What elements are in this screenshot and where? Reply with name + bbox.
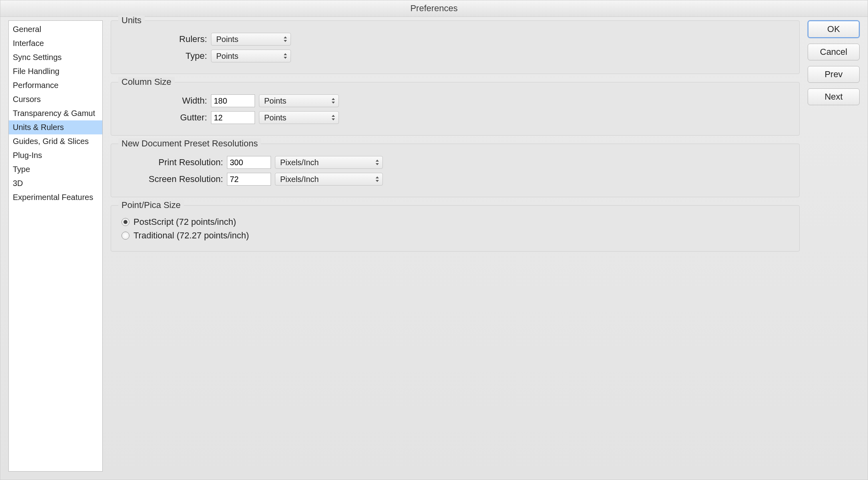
sidebar-item-performance[interactable]: Performance [9, 78, 102, 92]
radio-icon [121, 218, 129, 226]
sidebar-item-3d[interactable]: 3D [9, 176, 102, 190]
screen-resolution-label: Screen Resolution: [119, 174, 223, 184]
ok-button[interactable]: OK [808, 20, 860, 38]
sidebar-item-transparency-gamut[interactable]: Transparency & Gamut [9, 106, 102, 120]
width-unit-value: Points [264, 96, 287, 106]
gutter-label: Gutter: [119, 112, 207, 123]
width-label: Width: [119, 96, 207, 106]
radio-icon [121, 232, 129, 240]
traditional-radio-row[interactable]: Traditional (72.27 points/inch) [121, 230, 791, 241]
screen-resolution-unit-select[interactable]: Pixels/Inch [275, 173, 383, 186]
sidebar-item-sync-settings[interactable]: Sync Settings [9, 50, 102, 64]
updown-icon [374, 158, 380, 166]
units-group-title: Units [118, 15, 145, 26]
rulers-select[interactable]: Points [211, 33, 291, 46]
width-input[interactable] [211, 94, 255, 107]
screen-resolution-unit-value: Pixels/Inch [280, 175, 319, 184]
gutter-input[interactable] [211, 111, 255, 124]
updown-icon [374, 175, 380, 183]
resolutions-group-title: New Document Preset Resolutions [118, 138, 261, 149]
print-resolution-unit-value: Pixels/Inch [280, 158, 319, 167]
updown-icon [330, 114, 336, 122]
window-title: Preferences [0, 0, 868, 17]
dialog-buttons: OK Cancel Prev Next [808, 20, 860, 472]
resolutions-group: New Document Preset Resolutions Print Re… [111, 144, 800, 197]
postscript-radio-label: PostScript (72 points/inch) [133, 217, 236, 227]
type-select-value: Points [216, 52, 239, 61]
sidebar-item-cursors[interactable]: Cursors [9, 92, 102, 106]
updown-icon [330, 97, 336, 105]
column-size-group-title: Column Size [118, 77, 175, 87]
units-group: Units Rulers: Points Type: [111, 20, 800, 74]
type-select[interactable]: Points [211, 50, 291, 62]
print-resolution-unit-select[interactable]: Pixels/Inch [275, 156, 383, 169]
updown-icon [283, 52, 288, 60]
sidebar-item-guides-grid-slices[interactable]: Guides, Grid & Slices [9, 134, 102, 148]
sidebar-item-general[interactable]: General [9, 22, 102, 36]
screen-resolution-input[interactable] [227, 173, 271, 186]
column-size-group: Column Size Width: Points Gutter: [111, 82, 800, 136]
width-unit-select[interactable]: Points [259, 94, 339, 107]
traditional-radio-label: Traditional (72.27 points/inch) [133, 230, 249, 241]
sidebar-item-interface[interactable]: Interface [9, 36, 102, 50]
gutter-unit-select[interactable]: Points [259, 111, 339, 124]
prev-button[interactable]: Prev [808, 66, 860, 83]
print-resolution-input[interactable] [227, 156, 271, 169]
preferences-window: Preferences General Interface Sync Setti… [0, 0, 868, 480]
postscript-radio-row[interactable]: PostScript (72 points/inch) [121, 217, 791, 227]
sidebar-item-experimental-features[interactable]: Experimental Features [9, 190, 102, 204]
point-pica-group-title: Point/Pica Size [118, 200, 184, 210]
category-sidebar: General Interface Sync Settings File Han… [8, 20, 103, 472]
updown-icon [283, 35, 288, 43]
settings-panel: Units Rulers: Points Type: [111, 20, 800, 472]
sidebar-item-plug-ins[interactable]: Plug-Ins [9, 148, 102, 162]
sidebar-item-file-handling[interactable]: File Handling [9, 64, 102, 78]
gutter-unit-value: Points [264, 113, 287, 122]
type-label: Type: [119, 51, 207, 61]
next-button[interactable]: Next [808, 88, 860, 105]
sidebar-item-units-rulers[interactable]: Units & Rulers [9, 120, 102, 134]
rulers-label: Rulers: [119, 34, 207, 44]
rulers-select-value: Points [216, 35, 239, 44]
sidebar-item-type[interactable]: Type [9, 162, 102, 176]
cancel-button[interactable]: Cancel [808, 44, 860, 60]
print-resolution-label: Print Resolution: [119, 157, 223, 168]
point-pica-group: Point/Pica Size PostScript (72 points/in… [111, 205, 800, 252]
